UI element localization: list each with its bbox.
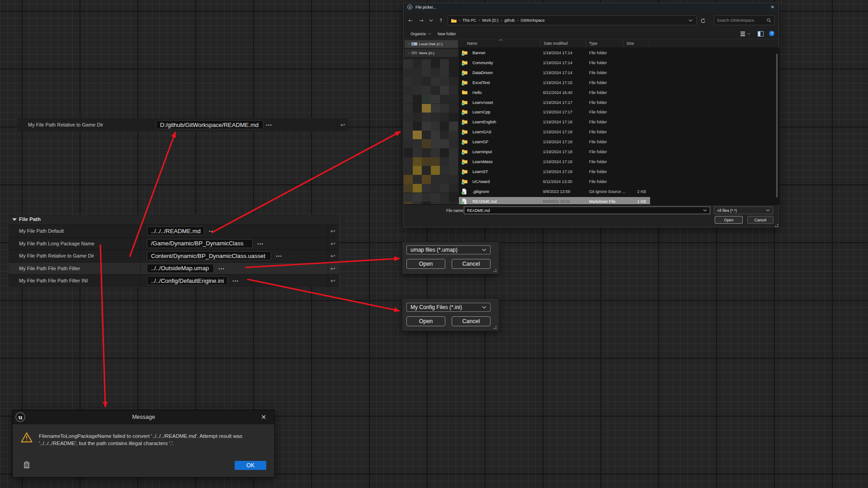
file-row[interactable]: LearnST1/19/2024 17:18File folder xyxy=(459,167,650,177)
category-header[interactable]: File Path xyxy=(9,215,339,225)
file-row[interactable]: DataDriven1/19/2024 17:14File folder xyxy=(459,68,650,78)
breadcrumb-item[interactable]: github xyxy=(504,18,514,23)
filter-combobox[interactable]: umap files (*.umap) xyxy=(406,245,491,254)
file-row[interactable]: Community1/19/2024 17:14File folder xyxy=(459,58,650,68)
sidebar-item-local-disk-c[interactable]: › Local Disk (C:) xyxy=(405,40,458,48)
cancel-button[interactable]: Cancel xyxy=(747,216,774,224)
file-row[interactable]: LearnAsset1/19/2024 17:17File folder xyxy=(459,98,650,108)
file-name-dropdown-icon[interactable] xyxy=(703,209,707,211)
refresh-icon[interactable] xyxy=(700,18,706,23)
preview-pane-icon[interactable] xyxy=(758,31,764,37)
property-row: My File Path Relative to Game DirContent… xyxy=(9,249,339,262)
collapse-arrow-icon[interactable] xyxy=(12,218,17,221)
reset-to-default-button[interactable]: ↩ xyxy=(330,240,335,247)
resize-grip[interactable] xyxy=(494,269,497,272)
browse-dots-button[interactable]: ··· xyxy=(218,267,225,271)
back-icon[interactable]: ← xyxy=(408,15,412,25)
breadcrumb-item[interactable]: GitWorkspace xyxy=(521,18,545,23)
sort-caret-icon xyxy=(499,39,503,41)
filter-combobox[interactable]: My Config Files (*.ini) xyxy=(406,303,491,312)
browse-dots-button[interactable]: ··· xyxy=(232,279,239,283)
file-row[interactable]: ExcelTest1/19/2024 17:15File folder xyxy=(459,78,650,88)
file-type: File folder xyxy=(589,51,607,55)
property-value-field[interactable]: ../../OutsideMap.umap xyxy=(147,264,214,273)
open-button[interactable]: Open xyxy=(406,259,445,269)
expand-chevron-icon[interactable]: › xyxy=(408,51,410,55)
cancel-button[interactable]: Cancel xyxy=(452,259,491,269)
browse-dots-button[interactable]: ··· xyxy=(266,123,272,127)
property-label: My File Path Long Package Name xyxy=(19,241,94,246)
address-bar[interactable]: ›This PC›Work (D:)›github›GitWorkspace xyxy=(448,15,697,25)
file-row[interactable]: Banner1/19/2024 17:14File folder xyxy=(459,48,650,58)
file-picker-dialog: u File picker... ✕ ← → ↑ ›This PC›Work (… xyxy=(403,3,779,227)
property-value-field[interactable]: /Game/Dynamic/BP_DynamicClass xyxy=(147,239,253,248)
help-icon[interactable]: ? xyxy=(769,31,774,36)
file-row[interactable]: LearnMass1/19/2024 17:18File folder xyxy=(459,157,650,167)
message-title: Message xyxy=(13,414,274,420)
up-icon[interactable]: ↑ xyxy=(439,15,443,25)
browse-dots-button[interactable]: ··· xyxy=(209,229,215,234)
file-row[interactable]: .gitignore9/8/2023 13:59Git Ignore Sourc… xyxy=(459,187,650,197)
file-date: 1/19/2024 17:17 xyxy=(543,100,572,105)
open-button[interactable]: Open xyxy=(406,316,445,326)
file-type: File folder xyxy=(589,100,607,105)
file-row[interactable]: LearnInput1/19/2024 17:18File folder xyxy=(459,147,650,157)
file-type-filter-dropdown[interactable]: All files (*.*) xyxy=(714,206,773,214)
history-chevron-icon[interactable] xyxy=(429,19,433,22)
resize-grip[interactable] xyxy=(775,224,778,227)
open-button[interactable]: Open xyxy=(715,216,743,224)
property-value-field[interactable]: ../../../README.md xyxy=(147,226,204,235)
file-date: 9/8/2023 13:59 xyxy=(543,189,570,194)
views-icon[interactable] xyxy=(740,31,745,37)
copy-to-clipboard-icon[interactable] xyxy=(24,461,30,469)
forward-icon[interactable]: → xyxy=(419,15,423,25)
file-name: UCAward xyxy=(472,179,490,184)
browse-dots-button[interactable]: ··· xyxy=(257,242,264,246)
organize-button[interactable]: Organize xyxy=(410,32,431,36)
breadcrumb-item[interactable]: This PC xyxy=(462,18,476,23)
search-input[interactable]: Search GitWorkspace xyxy=(714,15,774,25)
new-folder-button[interactable]: New folder xyxy=(438,32,456,36)
command-bar: Organize New folder ? xyxy=(404,28,778,39)
file-git-icon xyxy=(462,198,468,205)
address-dropdown-icon[interactable] xyxy=(689,19,693,22)
reset-to-default-button[interactable]: ↩ xyxy=(330,228,335,235)
file-name: README.md xyxy=(472,199,497,204)
file-type: File folder xyxy=(589,169,607,174)
reset-to-default-button[interactable]: ↩ xyxy=(330,265,335,272)
cancel-button[interactable]: Cancel xyxy=(452,316,491,326)
scrollbar[interactable] xyxy=(776,54,778,197)
file-date: 1/19/2024 17:18 xyxy=(543,160,572,164)
browse-dots-button[interactable]: ··· xyxy=(276,254,282,258)
close-icon[interactable]: ✕ xyxy=(771,5,774,9)
umap-filter-dialog: umap files (*.umap) Open Cancel xyxy=(402,242,499,274)
expand-chevron-icon[interactable]: › xyxy=(408,42,410,46)
reset-to-default-button[interactable]: ↩ xyxy=(330,277,335,284)
file-date: 6/21/2024 16:40 xyxy=(543,90,572,95)
file-date: 1/19/2024 17:17 xyxy=(543,110,572,114)
file-row[interactable]: LearnGAS1/19/2024 17:18File folder xyxy=(459,127,650,137)
file-name-input[interactable]: README.md xyxy=(464,206,710,214)
reset-to-default-button[interactable]: ↩ xyxy=(340,122,345,128)
property-value-field[interactable]: D:/github/GitWorkspace/README.md xyxy=(156,120,264,129)
file-name: ExcelTest xyxy=(472,80,490,85)
file-date: 1/19/2024 17:18 xyxy=(543,140,572,144)
file-row[interactable]: Hello6/21/2024 16:40File folder xyxy=(459,88,650,98)
sidebar-item-work-d[interactable]: › Work (D:) xyxy=(405,49,458,57)
file-list: Banner1/19/2024 17:14File folderCommunit… xyxy=(459,47,779,204)
reset-to-default-button[interactable]: ↩ xyxy=(330,253,335,259)
file-picker-titlebar[interactable]: u File picker... ✕ xyxy=(404,3,778,11)
message-titlebar[interactable]: u Message ✕ xyxy=(13,410,274,424)
file-row[interactable]: UCAward6/11/2024 13:30File folder xyxy=(459,177,650,187)
file-row[interactable]: LearnEnglish1/19/2024 17:18File folder xyxy=(459,117,650,127)
ok-button[interactable]: OK xyxy=(235,461,266,470)
file-type: File folder xyxy=(589,90,607,95)
file-row[interactable]: LearnGF1/19/2024 17:18File folder xyxy=(459,137,650,147)
file-row[interactable]: LearnCpp1/19/2024 17:17File folder xyxy=(459,108,650,117)
resize-grip[interactable] xyxy=(494,326,497,329)
property-value-field[interactable]: Content/Dynamic/BP_DynamicClass.uasset xyxy=(147,251,271,260)
close-icon[interactable]: ✕ xyxy=(261,413,266,421)
views-dropdown-icon[interactable] xyxy=(747,33,750,35)
property-value-field[interactable]: ../../Config/DefaultEngine.ini xyxy=(147,276,228,285)
breadcrumb-item[interactable]: Work (D:) xyxy=(482,18,498,23)
